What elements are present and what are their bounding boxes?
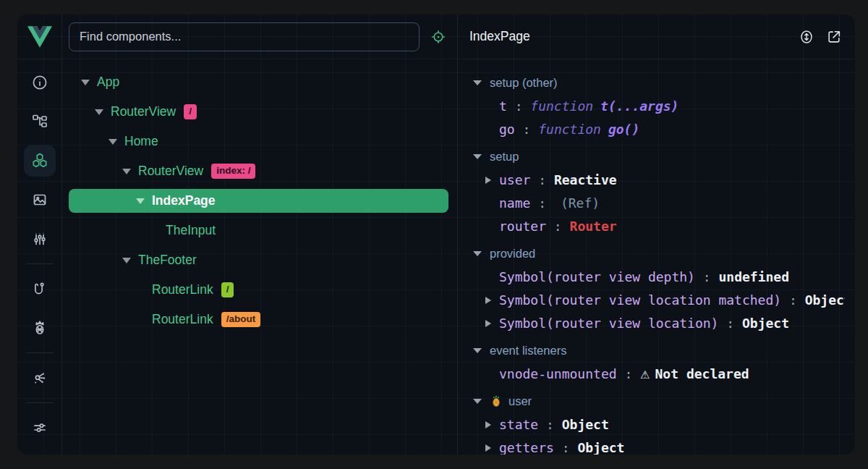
tree-row-home[interactable]: Home (69, 127, 448, 156)
state-entry-t: t : functiont(...args) (458, 95, 845, 118)
sidebar-item-info[interactable] (20, 63, 59, 102)
expand-toggle-icon[interactable] (81, 80, 90, 85)
pinia-icon (24, 312, 56, 344)
entry-key: Symbol(router view location matched) (499, 292, 781, 308)
open-in-editor-button[interactable] (825, 28, 843, 46)
scroll-to-component-button[interactable] (797, 28, 816, 46)
inspector-section-setup[interactable]: setup (458, 144, 845, 169)
section-collapse-icon (473, 348, 482, 353)
inspector-section-provided[interactable]: provided (458, 241, 845, 266)
sidebar-nav (17, 59, 61, 455)
tree-row-routerview[interactable]: RouterViewindex: / (69, 156, 448, 186)
sidebar-item-router[interactable] (20, 269, 59, 308)
assets-icon (24, 184, 56, 216)
state-entry-symbol-router-view-location-[interactable]: Symbol(router view location) : Object (458, 312, 845, 335)
expand-toggle-icon[interactable] (136, 198, 145, 204)
section-label: provided (490, 247, 535, 260)
expand-toggle-icon[interactable] (95, 109, 104, 115)
section-label: user (509, 394, 532, 407)
state-inspector-body: setup (other)t : functiont(...args)go : … (458, 59, 855, 455)
vue-logo-icon (27, 26, 52, 48)
section-collapse-icon (473, 154, 482, 159)
tree-row-routerlink[interactable]: RouterLink/ (69, 275, 448, 305)
state-entry-name: name : (Ref) (458, 192, 845, 215)
pineapple-icon (490, 391, 503, 404)
tree-row-thefooter[interactable]: TheFooter (69, 245, 448, 275)
function-keyword: function (538, 122, 601, 137)
sidebar-item-components[interactable] (20, 141, 59, 180)
entry-colon: : (507, 98, 531, 114)
function-keyword: function (530, 98, 593, 114)
expand-spacer (150, 228, 159, 234)
tree-toolbar (62, 14, 457, 59)
component-name: RouterLink (152, 282, 213, 297)
tree-row-routerview[interactable]: RouterView/ (69, 97, 448, 127)
sidebar-item-assets[interactable] (20, 180, 59, 219)
component-name: App (97, 75, 119, 90)
entry-colon: : (554, 440, 578, 455)
entry-colon: : (695, 269, 719, 284)
entry-colon: : (718, 316, 742, 331)
inspector-section-setup-other-[interactable]: setup (other) (458, 70, 845, 95)
entry-colon: : (530, 195, 554, 211)
inspector-section-user[interactable]: user (458, 389, 845, 413)
state-entry-go: go : functiongo() (458, 118, 845, 141)
sidebar-item-pages[interactable] (20, 102, 59, 141)
entry-colon: : (617, 366, 641, 381)
entry-value: Object (577, 440, 624, 455)
expand-entry-icon[interactable] (485, 297, 491, 304)
tree-row-theinput[interactable]: TheInput (69, 216, 448, 245)
expand-entry-icon[interactable] (485, 320, 491, 327)
sidebar-item-timeline[interactable] (20, 219, 59, 258)
tree-row-routerlink[interactable]: RouterLink/about (69, 305, 448, 334)
component-name: IndexPage (152, 193, 216, 208)
entry-value: undefined (718, 269, 789, 284)
sidebar-item-settings[interactable] (20, 408, 59, 447)
entry-value: Reactive (554, 172, 617, 187)
expand-entry-icon[interactable] (485, 444, 491, 452)
sidebar-divider (26, 352, 54, 353)
expand-entry-icon[interactable] (485, 177, 491, 184)
entry-value: (Ref) (561, 195, 600, 211)
entry-key: vnode-unmounted (499, 366, 617, 381)
entry-key: t (499, 98, 507, 114)
sidebar-item-pinia[interactable] (20, 308, 59, 347)
entry-key: name (499, 195, 530, 211)
scroll-to-component-icon (799, 29, 814, 45)
entry-key: Symbol(router view depth) (499, 269, 695, 284)
state-entry-symbol-router-view-location-matched-[interactable]: Symbol(router view location matched) : O… (458, 289, 845, 312)
expand-spacer (136, 317, 145, 323)
entry-colon: : (538, 417, 562, 432)
tree-row-app[interactable]: App (69, 67, 448, 97)
entry-value: Router (570, 219, 617, 234)
route-badge: / (184, 104, 197, 119)
warning-icon: ⚠ (640, 368, 650, 381)
state-entry-state[interactable]: state : Object (458, 413, 845, 436)
entry-colon: : (515, 122, 539, 137)
state-inspector-panel: IndexPage setup (other)t : functiont(...… (457, 14, 855, 455)
state-entry-getters[interactable]: getters : Object (458, 436, 845, 455)
expand-toggle-icon[interactable] (122, 169, 132, 174)
expand-entry-icon[interactable] (485, 421, 491, 428)
vue-logo (17, 14, 61, 59)
sidebar-divider (26, 263, 54, 264)
tree-row-indexpage[interactable]: IndexPage (69, 189, 448, 213)
expand-toggle-icon[interactable] (109, 139, 118, 145)
expand-toggle-icon[interactable] (122, 258, 132, 263)
route-badge: / (221, 282, 234, 297)
sidebar-item-graph[interactable] (20, 358, 59, 397)
entry-value: Object (562, 417, 609, 432)
state-entry-user[interactable]: user : Reactive (458, 169, 845, 192)
section-collapse-icon (473, 80, 482, 85)
target-icon (430, 29, 446, 45)
inspector-section-event-listeners[interactable]: event listeners (458, 338, 845, 363)
entry-key: user (499, 172, 530, 187)
section-label: setup (other) (490, 76, 558, 89)
route-badge: /about (221, 312, 261, 327)
state-entry-symbol-router-view-depth-: Symbol(router view depth) : undefined (458, 266, 845, 289)
search-input[interactable] (69, 22, 420, 51)
function-signature: go() (608, 122, 639, 137)
target-button[interactable] (428, 27, 448, 47)
component-name: Home (124, 134, 158, 149)
hierarchy-icon (24, 106, 56, 138)
